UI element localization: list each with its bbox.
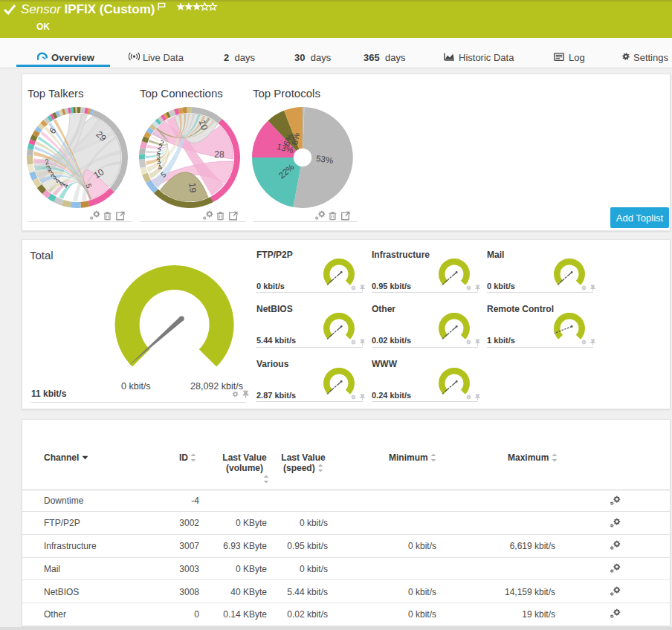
svg-text:19: 19 — [187, 182, 198, 193]
svg-text:28: 28 — [214, 149, 224, 160]
